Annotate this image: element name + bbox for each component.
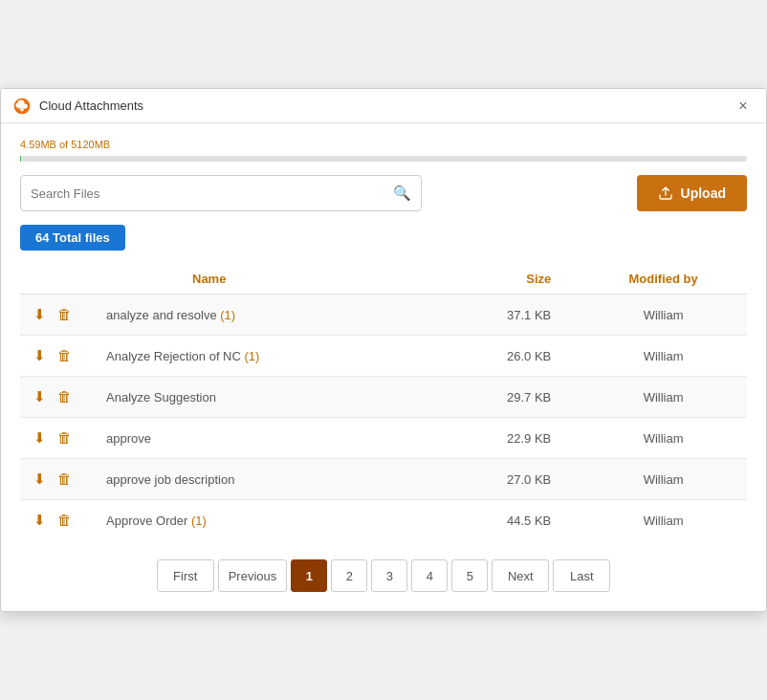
delete-icon[interactable]: 🗑 bbox=[57, 388, 72, 405]
col-actions: ⬇ 🗑 bbox=[20, 295, 97, 336]
search-icon: 🔍 bbox=[393, 185, 411, 202]
delete-icon[interactable]: 🗑 bbox=[57, 429, 72, 446]
col-modified: William bbox=[580, 418, 747, 459]
cloud-attachments-window: Cloud Attachments × 4.59MB of 5120MB 🔍 U… bbox=[0, 88, 767, 612]
col-size: 29.7 KB bbox=[424, 377, 580, 418]
delete-icon[interactable]: 🗑 bbox=[57, 470, 72, 487]
col-size: 27.0 KB bbox=[424, 459, 580, 500]
file-count: (1) bbox=[245, 349, 260, 363]
upload-button[interactable]: Upload bbox=[637, 175, 747, 211]
col-modified: William bbox=[580, 336, 747, 377]
col-modified: William bbox=[580, 500, 747, 541]
download-icon[interactable]: ⬇ bbox=[33, 306, 46, 322]
table-row: ⬇ 🗑 Approve Order (1) 44.5 KB William bbox=[20, 500, 747, 541]
col-header-name: Name bbox=[97, 264, 424, 295]
col-name: approve bbox=[97, 418, 424, 459]
upload-icon bbox=[658, 186, 673, 201]
search-input[interactable] bbox=[31, 186, 393, 201]
main-content: 4.59MB of 5120MB 🔍 Upload 64 Total files bbox=[1, 123, 766, 611]
table-row: ⬇ 🗑 Analyze Rejection of NC (1) 26.0 KB … bbox=[20, 336, 747, 377]
col-actions: ⬇ 🗑 bbox=[20, 459, 97, 500]
cloud-icon bbox=[12, 97, 32, 116]
col-actions: ⬇ 🗑 bbox=[20, 500, 97, 541]
col-modified: William bbox=[580, 295, 747, 336]
col-size: 26.0 KB bbox=[424, 336, 580, 377]
col-actions: ⬇ 🗑 bbox=[20, 377, 97, 418]
table-row: ⬇ 🗑 approve job description 27.0 KB Will… bbox=[20, 459, 747, 500]
search-box: 🔍 bbox=[20, 175, 422, 211]
file-count: (1) bbox=[220, 308, 235, 322]
delete-icon[interactable]: 🗑 bbox=[57, 512, 72, 528]
col-name: Analyze Rejection of NC (1) bbox=[97, 336, 424, 377]
page-previous-button[interactable]: Previous bbox=[218, 559, 288, 592]
download-icon[interactable]: ⬇ bbox=[33, 512, 46, 528]
col-actions: ⬇ 🗑 bbox=[20, 418, 97, 459]
upload-label: Upload bbox=[681, 186, 726, 201]
page-2-button[interactable]: 2 bbox=[331, 559, 367, 592]
col-header-size: Size bbox=[424, 264, 580, 295]
page-4-button[interactable]: 4 bbox=[411, 559, 448, 592]
col-name: Approve Order (1) bbox=[97, 500, 424, 541]
col-modified: William bbox=[580, 459, 747, 500]
title-bar-left: Cloud Attachments bbox=[12, 97, 143, 116]
title-bar: Cloud Attachments × bbox=[1, 89, 766, 123]
page-last-button[interactable]: Last bbox=[553, 559, 610, 592]
close-button[interactable]: × bbox=[732, 95, 755, 118]
delete-icon[interactable]: 🗑 bbox=[57, 306, 72, 322]
pagination: First Previous 1 2 3 4 5 Next Last bbox=[20, 559, 747, 592]
col-modified: William bbox=[580, 377, 747, 418]
total-files-badge: 64 Total files bbox=[20, 225, 125, 251]
table-row: ⬇ 🗑 approve 22.9 KB William bbox=[20, 418, 747, 459]
page-next-button[interactable]: Next bbox=[492, 559, 549, 592]
table-row: ⬇ 🗑 Analyze Suggestion 29.7 KB William bbox=[20, 377, 747, 418]
col-header-modified: Modified by bbox=[580, 264, 747, 295]
col-name: Analyze Suggestion bbox=[97, 377, 424, 418]
delete-icon[interactable]: 🗑 bbox=[57, 347, 72, 363]
storage-info: 4.59MB of 5120MB bbox=[20, 139, 747, 150]
page-5-button[interactable]: 5 bbox=[451, 559, 488, 592]
page-first-button[interactable]: First bbox=[157, 559, 214, 592]
window-title: Cloud Attachments bbox=[39, 98, 143, 113]
col-name: analyze and resolve (1) bbox=[97, 295, 424, 336]
col-size: 37.1 KB bbox=[424, 295, 580, 336]
page-1-button[interactable]: 1 bbox=[291, 559, 327, 592]
col-actions: ⬇ 🗑 bbox=[20, 336, 97, 377]
download-icon[interactable]: ⬇ bbox=[33, 429, 46, 446]
progress-bar-bg bbox=[20, 156, 747, 162]
download-icon[interactable]: ⬇ bbox=[33, 347, 46, 363]
progress-bar-fill bbox=[20, 156, 21, 162]
col-name: approve job description bbox=[97, 459, 424, 500]
page-3-button[interactable]: 3 bbox=[371, 559, 407, 592]
table-row: ⬇ 🗑 analyze and resolve (1) 37.1 KB Will… bbox=[20, 295, 747, 336]
download-icon[interactable]: ⬇ bbox=[33, 388, 46, 405]
search-upload-row: 🔍 Upload bbox=[20, 175, 747, 211]
col-header-actions bbox=[20, 264, 97, 295]
file-count: (1) bbox=[191, 514, 207, 528]
col-size: 44.5 KB bbox=[424, 500, 580, 541]
file-table: Name Size Modified by ⬇ 🗑 analyze and re… bbox=[20, 264, 747, 540]
col-size: 22.9 KB bbox=[424, 418, 580, 459]
download-icon[interactable]: ⬇ bbox=[33, 470, 46, 487]
